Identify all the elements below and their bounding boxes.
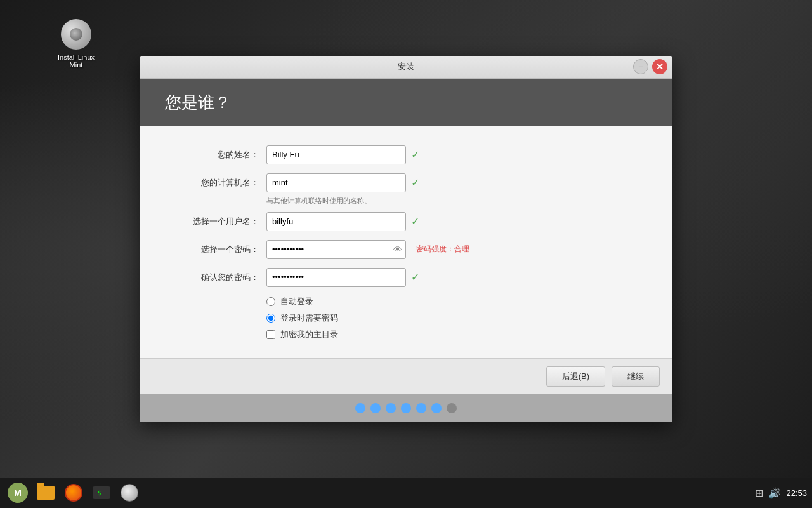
confirm-check-icon: ✓: [411, 271, 419, 283]
desktop: Install Linux Mint 安装 − ✕ 您是谁？ 您的姓名：: [0, 0, 812, 508]
username-input-wrap: ✓: [266, 212, 647, 231]
require-password-label[interactable]: 登录时需要密码: [280, 312, 338, 324]
taskbar: M $_ ⊞ 🔊 22:53: [0, 478, 812, 508]
computername-check-icon: ✓: [411, 177, 419, 189]
password-row: 选择一个密码： 👁 密码强度：合理: [165, 240, 647, 259]
require-password-row: 登录时需要密码: [266, 312, 647, 324]
confirm-password-input[interactable]: [266, 268, 406, 287]
computername-row: 您的计算机名： ✓: [165, 173, 647, 192]
confirm-password-row: 确认您的密码： ✓: [165, 268, 647, 287]
page-content: 您的姓名： ✓ 您的计算机名： ✓ 与其他计算机联络时使用的名称。: [140, 126, 672, 358]
dvd-taskbar-icon: [121, 484, 138, 502]
taskbar-app-firefox[interactable]: [61, 480, 86, 505]
password-input[interactable]: [266, 240, 406, 259]
network-icon: ⊞: [755, 487, 763, 499]
fullname-label: 您的姓名：: [165, 149, 266, 161]
taskbar-app-terminal[interactable]: $_: [89, 480, 114, 505]
volume-icon: 🔊: [768, 487, 781, 499]
taskbar-right: ⊞ 🔊 22:53: [755, 487, 807, 499]
fullname-input[interactable]: [266, 145, 406, 164]
password-strength-label: 密码强度：合理: [416, 244, 469, 255]
password-input-wrap: 👁 密码强度：合理: [266, 240, 647, 259]
folder-icon: [37, 486, 55, 500]
taskbar-app-mint-menu[interactable]: M: [5, 480, 30, 505]
fullname-input-wrap: ✓: [266, 145, 647, 164]
title-bar: 安装 − ✕: [140, 56, 672, 79]
minimize-button[interactable]: −: [633, 59, 648, 74]
window-controls: − ✕: [633, 59, 667, 74]
terminal-icon: $_: [93, 486, 110, 499]
computername-input[interactable]: [266, 173, 406, 192]
username-row: 选择一个用户名： ✓: [165, 212, 647, 231]
progress-dot-7: [447, 403, 457, 413]
password-label: 选择一个密码：: [165, 244, 266, 255]
password-field-wrap: 👁: [266, 240, 406, 259]
confirm-password-label: 确认您的密码：: [165, 272, 266, 283]
autologin-label[interactable]: 自动登录: [280, 296, 313, 307]
taskbar-apps: M $_: [5, 480, 142, 505]
require-password-radio[interactable]: [266, 314, 275, 323]
username-input[interactable]: [266, 212, 406, 231]
username-label: 选择一个用户名：: [165, 216, 266, 227]
encrypt-home-row: 加密我的主目录: [266, 329, 647, 340]
firefox-icon: [65, 484, 82, 502]
window-title: 安装: [398, 61, 414, 72]
username-check-icon: ✓: [411, 215, 419, 227]
back-button[interactable]: 后退(B): [546, 366, 605, 387]
close-button[interactable]: ✕: [652, 59, 667, 74]
fullname-row: 您的姓名： ✓: [165, 145, 647, 164]
toggle-password-button[interactable]: 👁: [393, 244, 402, 255]
progress-dot-2: [370, 403, 381, 413]
autologin-row: 自动登录: [266, 296, 647, 307]
page-footer: 后退(B) 继续: [140, 358, 672, 394]
page-heading: 您是谁？: [165, 91, 647, 114]
progress-dot-6: [431, 403, 442, 413]
installer-window: 安装 − ✕ 您是谁？ 您的姓名： ✓: [140, 56, 672, 422]
continue-button[interactable]: 继续: [612, 366, 660, 387]
progress-bar: [140, 394, 672, 422]
progress-dot-1: [355, 403, 365, 413]
progress-dot-5: [416, 403, 426, 413]
mint-logo-icon: M: [8, 483, 28, 503]
taskbar-app-dvd[interactable]: [117, 480, 142, 505]
page-header: 您是谁？: [140, 79, 672, 126]
computername-input-wrap: ✓: [266, 173, 647, 192]
computername-label: 您的计算机名：: [165, 177, 266, 189]
progress-dot-3: [386, 403, 396, 413]
taskbar-app-files[interactable]: [33, 480, 58, 505]
autologin-radio[interactable]: [266, 297, 275, 306]
encrypt-home-checkbox[interactable]: [266, 330, 275, 339]
computername-hint: 与其他计算机联络时使用的名称。: [266, 196, 647, 206]
encrypt-home-label[interactable]: 加密我的主目录: [280, 329, 338, 340]
modal-overlay: 安装 − ✕ 您是谁？ 您的姓名： ✓: [0, 0, 812, 478]
confirm-password-input-wrap: ✓: [266, 268, 647, 287]
progress-dot-4: [401, 403, 411, 413]
fullname-check-icon: ✓: [411, 149, 419, 161]
taskbar-time: 22:53: [786, 488, 807, 498]
